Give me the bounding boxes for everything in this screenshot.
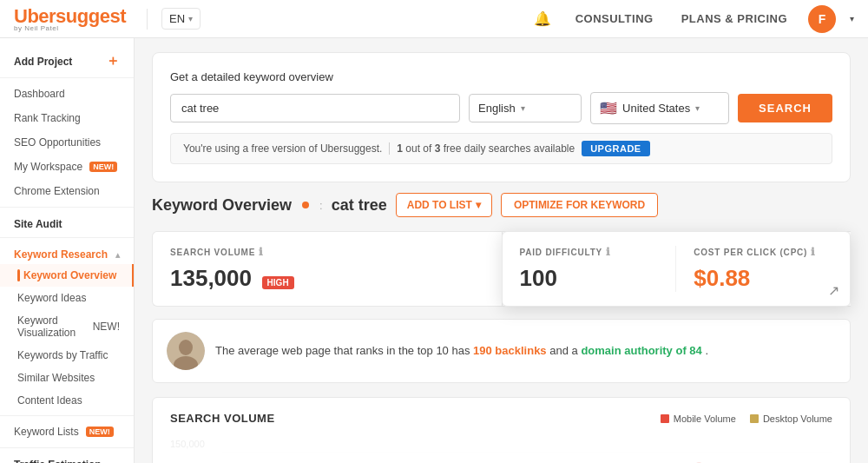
paid-difficulty-section: PAID DIFFICULTY ℹ 100 bbox=[520, 246, 677, 292]
sidebar-item-content-ideas[interactable]: Content Ideas bbox=[0, 389, 134, 412]
keyword-research-chevron-icon: ▴ bbox=[115, 250, 120, 260]
sv-legend: Mobile Volume Desktop Volume bbox=[661, 413, 832, 424]
cpc-label: COST PER CLICK (CPC) ℹ bbox=[694, 246, 832, 258]
avatar-image bbox=[167, 332, 205, 370]
add-to-list-button[interactable]: ADD TO LIST ▾ bbox=[396, 193, 492, 217]
language-value: English bbox=[478, 102, 516, 115]
top-nav: Ubersuggest by Neil Patel EN ▾ 🔔 CONSULT… bbox=[0, 0, 868, 38]
consulting-nav-link[interactable]: CONSULTING bbox=[569, 9, 661, 29]
sidebar-item-keyword-lists[interactable]: Keyword Lists NEW! bbox=[0, 420, 134, 444]
search-label: Get a detailed keyword overview bbox=[170, 70, 832, 83]
search-volume-label: SEARCH VOLUME ℹ bbox=[170, 246, 484, 258]
search-row: English ▾ 🇺🇸 United States ▾ SEARCH bbox=[170, 92, 832, 124]
active-indicator bbox=[17, 269, 20, 281]
mobile-volume-color-icon bbox=[661, 414, 669, 423]
traffic-estimation-section[interactable]: Traffic Estimation ▸ bbox=[0, 452, 134, 463]
free-notice-text: You're using a free version of Ubersugge… bbox=[183, 142, 382, 155]
paid-difficulty-info-icon[interactable]: ℹ bbox=[606, 246, 611, 258]
desktop-volume-color-icon bbox=[750, 414, 759, 423]
plans-pricing-nav-link[interactable]: PLANS & PRICING bbox=[674, 9, 794, 29]
language-selector[interactable]: EN ▾ bbox=[161, 8, 201, 30]
searches-remaining-text: 1 out of 3 free daily searches available bbox=[397, 142, 575, 155]
add-icon: ＋ bbox=[106, 52, 120, 70]
sidebar-item-rank-tracking[interactable]: Rank Tracking bbox=[0, 106, 134, 130]
search-volume-card: SEARCH VOLUME ℹ 135,000 HIGH bbox=[152, 231, 502, 307]
sidebar-item-dashboard[interactable]: Dashboard bbox=[0, 82, 134, 106]
main-layout: Add Project ＋ Dashboard Rank Tracking SE… bbox=[0, 38, 868, 463]
sidebar-item-chrome-extension[interactable]: Chrome Extension bbox=[0, 179, 134, 203]
high-badge: HIGH bbox=[262, 276, 294, 289]
user-avatar[interactable]: F bbox=[808, 5, 836, 33]
sv-header: SEARCH VOLUME Mobile Volume Desktop Volu… bbox=[170, 412, 832, 425]
te-chevron-icon: ▸ bbox=[115, 460, 120, 464]
add-project-button[interactable]: Add Project ＋ bbox=[0, 45, 134, 74]
search-volume-section: SEARCH VOLUME Mobile Volume Desktop Volu… bbox=[152, 397, 851, 463]
free-notice-bar: You're using a free version of Ubersugge… bbox=[170, 133, 832, 164]
sidebar-item-seo-opportunities[interactable]: SEO Opportunities bbox=[0, 130, 134, 155]
logo: Ubersuggest by Neil Patel bbox=[14, 5, 126, 32]
sidebar-item-keyword-ideas[interactable]: Keyword Ideas bbox=[0, 287, 134, 309]
sidebar-item-keyword-visualization[interactable]: Keyword Visualization NEW! bbox=[0, 309, 134, 344]
colon-separator: : bbox=[319, 199, 323, 212]
location-dropdown[interactable]: 🇺🇸 United States ▾ bbox=[590, 92, 729, 124]
optimize-for-keyword-button[interactable]: OPTIMIZE FOR KEYWORD bbox=[501, 193, 658, 217]
legend-desktop: Desktop Volume bbox=[750, 413, 832, 424]
cpc-section: COST PER CLICK (CPC) ℹ $0.88 bbox=[676, 246, 832, 292]
search-volume-info-icon[interactable]: ℹ bbox=[259, 246, 264, 258]
metrics-container: SEARCH VOLUME ℹ 135,000 HIGH SEO DIFFICU… bbox=[152, 231, 851, 307]
sidebar: Add Project ＋ Dashboard Rank Tracking SE… bbox=[0, 38, 135, 463]
language-dropdown[interactable]: English ▾ bbox=[469, 94, 582, 122]
cpc-info-icon[interactable]: ℹ bbox=[811, 246, 816, 258]
location-value: United States bbox=[622, 102, 690, 115]
lang-dropdown-chevron-icon: ▾ bbox=[521, 103, 525, 113]
paid-difficulty-popup: PAID DIFFICULTY ℹ 100 COST PER CLICK (CP… bbox=[502, 231, 852, 307]
description-text: The average web page that ranks in the t… bbox=[215, 342, 708, 360]
site-audit-section[interactable]: Site Audit bbox=[0, 211, 134, 234]
kl-new-badge: NEW! bbox=[86, 427, 114, 437]
chart-area: 150,000 100,000 bbox=[170, 435, 832, 463]
keyword-input[interactable] bbox=[170, 94, 460, 122]
notification-bell-icon[interactable]: 🔔 bbox=[530, 7, 555, 30]
sidebar-item-keyword-overview[interactable]: Keyword Overview bbox=[0, 264, 134, 287]
keyword-input-wrap bbox=[170, 94, 460, 122]
sidebar-item-keywords-by-traffic[interactable]: Keywords by Traffic bbox=[0, 344, 134, 367]
keyword-overview-header: Keyword Overview : cat tree ADD TO LIST … bbox=[152, 193, 851, 217]
nav-divider bbox=[147, 9, 148, 30]
location-chevron-icon: ▾ bbox=[695, 103, 700, 113]
add-to-list-chevron-icon: ▾ bbox=[476, 199, 481, 211]
search-volume-value: 135,000 HIGH bbox=[170, 265, 484, 292]
cpc-value: $0.88 bbox=[694, 265, 832, 292]
lang-chevron-icon: ▾ bbox=[188, 14, 193, 23]
domain-authority-highlight: domain authority of 84 bbox=[581, 344, 701, 357]
keyword-dot-icon bbox=[302, 202, 309, 208]
kv-new-badge: NEW! bbox=[93, 321, 120, 333]
keyword-value: cat tree bbox=[332, 196, 387, 215]
logo-sub: by Neil Patel bbox=[14, 24, 126, 32]
notice-divider bbox=[389, 142, 390, 155]
svg-point-1 bbox=[179, 340, 193, 355]
search-button[interactable]: SEARCH bbox=[738, 94, 832, 122]
keyword-research-section[interactable]: Keyword Research ▴ bbox=[0, 241, 134, 264]
cursor-icon: ↗ bbox=[828, 282, 839, 299]
sidebar-item-my-workspace[interactable]: My Workspace NEW! bbox=[0, 155, 134, 179]
avatar-chevron-icon[interactable]: ▾ bbox=[850, 14, 854, 23]
keyword-overview-title: Keyword Overview bbox=[152, 196, 292, 215]
paid-difficulty-value: 100 bbox=[520, 265, 659, 292]
keyword-search-area: Get a detailed keyword overview English … bbox=[152, 52, 851, 182]
lang-label: EN bbox=[169, 12, 185, 25]
legend-mobile: Mobile Volume bbox=[661, 413, 736, 424]
sidebar-item-similar-websites[interactable]: Similar Websites bbox=[0, 367, 134, 389]
us-flag-icon: 🇺🇸 bbox=[600, 100, 617, 116]
upgrade-button[interactable]: UPGRADE bbox=[582, 141, 650, 156]
description-row: The average web page that ranks in the t… bbox=[152, 319, 851, 383]
sv-title: SEARCH VOLUME bbox=[170, 412, 275, 425]
upgrade-overlay: UPGRADE TO SEE HISTORICAL KEYWORD DATA ℹ… bbox=[170, 435, 832, 463]
main-content: Get a detailed keyword overview English … bbox=[135, 38, 868, 463]
backlinks-highlight: 190 backlinks bbox=[473, 344, 547, 357]
paid-difficulty-label: PAID DIFFICULTY ℹ bbox=[520, 246, 659, 258]
my-workspace-new-badge: NEW! bbox=[89, 162, 117, 172]
